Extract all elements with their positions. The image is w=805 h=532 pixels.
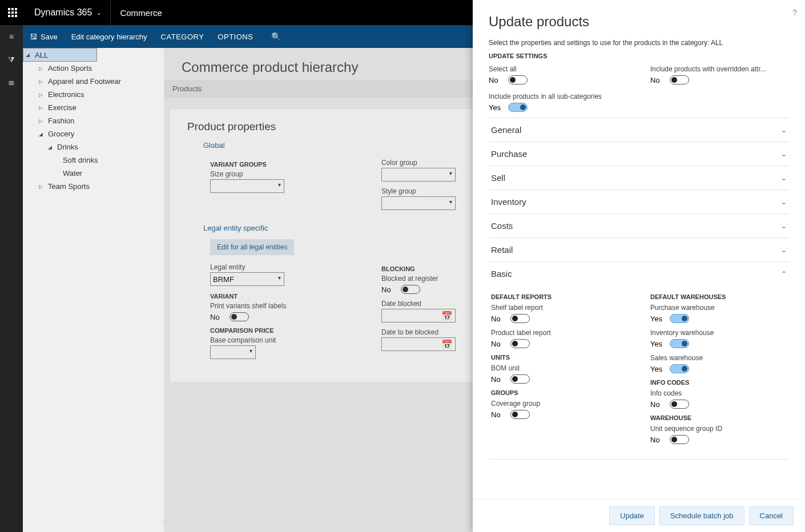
acc-label: Costs	[491, 221, 513, 231]
caret-right-icon: ▷	[39, 118, 45, 124]
unit-seq-label: Unit sequence group ID	[650, 425, 787, 433]
tree-node[interactable]: ▷ Fashion	[23, 114, 164, 127]
purchase-wh-toggle[interactable]: Yes	[650, 314, 787, 323]
hamburger-button[interactable]: ≡	[0, 25, 23, 48]
toggle-value: No	[491, 375, 505, 384]
category-label: CATEGORY	[161, 33, 204, 41]
search-button[interactable]: 🔍	[264, 25, 288, 48]
funnel-icon: ⧩	[8, 55, 15, 65]
tree-node[interactable]: ▷ Apparel and Footwear	[23, 75, 164, 88]
purchase-wh-label: Purchase warehouse	[650, 304, 787, 312]
toggle-value: No	[491, 340, 505, 348]
panel-footer: Update Schedule batch job Cancel	[473, 499, 805, 532]
select-all-toggle[interactable]: No	[489, 75, 627, 84]
include-subcat-toggle[interactable]: Yes	[489, 103, 789, 112]
app-launcher-button[interactable]	[0, 0, 25, 25]
cancel-button[interactable]: Cancel	[749, 506, 794, 525]
category-tree: ◢ ALL ▷ Action Sports ▷ Apparel and Foot…	[23, 48, 164, 532]
print-variants-toggle[interactable]: No	[210, 312, 347, 321]
acc-retail[interactable]: Retail⌄	[489, 238, 789, 261]
module-label: Commerce	[111, 8, 171, 18]
chevron-down-icon: ⌄	[781, 222, 787, 230]
caret-right-icon: ▷	[39, 79, 45, 84]
tree-label: Soft drinks	[63, 156, 98, 164]
variant-heading: VARIANT	[210, 293, 347, 300]
caret-down-icon: ◢	[26, 52, 31, 58]
acc-basic[interactable]: Basic ⌃	[489, 262, 789, 285]
toggle-value: Yes	[489, 103, 502, 112]
list-button[interactable]: ≣	[0, 71, 23, 94]
settings-accordion: General⌄ Purchase⌄ Sell⌄ Inventory⌄ Cost…	[489, 118, 789, 460]
tree-label: Drinks	[57, 143, 78, 151]
product-label-toggle[interactable]: No	[491, 339, 627, 348]
variant-groups-heading: VARIANT GROUPS	[210, 161, 347, 168]
save-label: Save	[41, 33, 58, 41]
edit-hierarchy-button[interactable]: Edit category hierarchy	[65, 25, 154, 48]
style-group-select[interactable]	[381, 196, 456, 210]
sales-wh-label: Sales warehouse	[650, 354, 787, 362]
default-warehouses-heading: DEFAULT WAREHOUSES	[650, 293, 787, 300]
tree-node-leaf[interactable]: Water	[23, 167, 164, 180]
color-group-select[interactable]	[381, 168, 456, 182]
comparison-price-heading: COMPARISON PRICE	[210, 327, 347, 334]
search-icon: 🔍	[271, 32, 281, 41]
tree-node[interactable]: ▷ Electronics	[23, 88, 164, 101]
chevron-up-icon: ⌃	[781, 270, 787, 278]
info-codes-heading: INFO CODES	[650, 379, 787, 386]
product-label-label: Product label report	[491, 329, 627, 337]
acc-label: Basic	[491, 269, 512, 279]
tree-node-drinks[interactable]: ◢ Drinks	[23, 140, 164, 154]
unit-seq-toggle[interactable]: No	[650, 435, 787, 444]
caret-right-icon: ▷	[39, 105, 45, 111]
acc-inventory[interactable]: Inventory⌄	[489, 190, 789, 213]
legal-entity-select[interactable]: BRMF	[210, 272, 284, 286]
toggle-value: Yes	[650, 315, 664, 323]
size-group-select[interactable]	[210, 179, 284, 193]
bom-unit-toggle[interactable]: No	[491, 374, 627, 384]
panel-title: Update products	[489, 14, 789, 30]
acc-label: Retail	[491, 245, 513, 255]
schedule-batch-button[interactable]: Schedule batch job	[659, 506, 744, 525]
tree-node[interactable]: ▷ Exercise	[23, 101, 164, 114]
include-override-toggle[interactable]: No	[650, 75, 789, 84]
resize-handle-icon[interactable]: ⋮	[160, 519, 166, 523]
coverage-group-label: Coverage group	[491, 400, 627, 408]
acc-costs[interactable]: Costs⌄	[489, 214, 789, 237]
tree-node-all[interactable]: ◢ ALL	[23, 48, 97, 62]
tree-node-leaf[interactable]: Soft drinks	[23, 154, 164, 167]
date-to-be-blocked-input[interactable]: 📅	[381, 337, 456, 351]
options-tab[interactable]: OPTIONS	[211, 25, 260, 48]
toggle-value: No	[491, 410, 505, 419]
select-all-label: Select all	[489, 65, 627, 73]
filter-button[interactable]: ⧩	[0, 48, 23, 71]
help-button[interactable]: ?	[792, 8, 797, 17]
date-blocked-input[interactable]: 📅	[381, 309, 456, 323]
edit-all-entities-button[interactable]: Edit for all legal entities	[210, 239, 294, 255]
info-codes-toggle[interactable]: No	[650, 400, 787, 409]
update-button[interactable]: Update	[609, 506, 655, 525]
toggle-value: No	[650, 76, 664, 84]
save-button[interactable]: 🖫 Save	[23, 25, 65, 48]
tree-node[interactable]: ▷ Action Sports	[23, 62, 164, 75]
inventory-wh-toggle[interactable]: Yes	[650, 339, 787, 348]
shelf-label-toggle[interactable]: No	[491, 314, 627, 323]
tree-label: Team Sports	[48, 182, 90, 191]
category-tab[interactable]: CATEGORY	[154, 25, 211, 48]
chevron-down-icon: ⌄	[96, 10, 101, 16]
brand-dropdown[interactable]: Dynamics 365 ⌄	[25, 7, 110, 18]
tree-node-grocery[interactable]: ◢ Grocery	[23, 127, 164, 140]
chevron-down-icon: ⌄	[781, 174, 787, 182]
bom-unit-label: BOM unit	[491, 364, 627, 372]
toggle-value: Yes	[650, 340, 664, 348]
base-comparison-select[interactable]	[210, 345, 256, 359]
acc-purchase[interactable]: Purchase⌄	[489, 142, 789, 166]
toggle-value: Yes	[650, 365, 664, 373]
tree-node[interactable]: ▷ Team Sports	[23, 180, 164, 193]
coverage-group-toggle[interactable]: No	[491, 410, 627, 419]
tree-label: Apparel and Footwear	[48, 77, 121, 86]
units-heading: UNITS	[491, 354, 627, 361]
sales-wh-toggle[interactable]: Yes	[650, 364, 787, 373]
acc-sell[interactable]: Sell⌄	[489, 166, 789, 190]
acc-general[interactable]: General⌄	[489, 118, 789, 142]
default-reports-heading: DEFAULT REPORTS	[491, 293, 627, 300]
